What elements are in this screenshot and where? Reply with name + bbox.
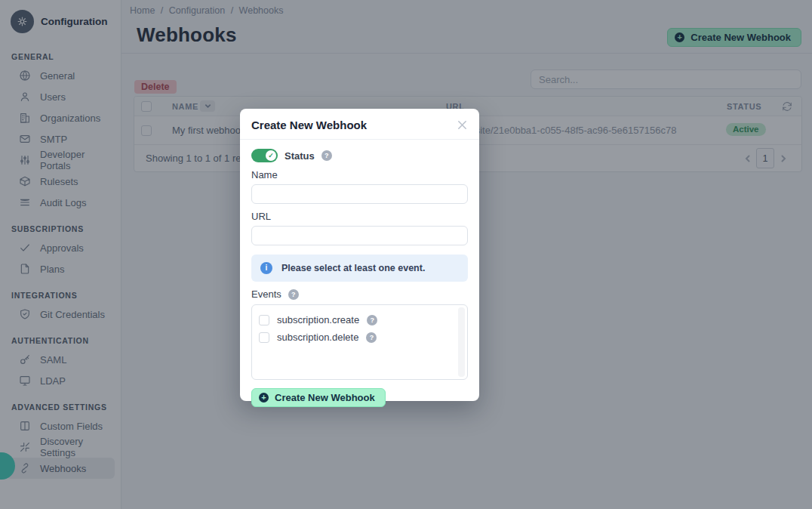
modal-create-webhook-button-label: Create New Webhook xyxy=(275,392,375,403)
event-option-subscription-delete: subscription.delete ? xyxy=(259,329,460,346)
status-label: Status xyxy=(285,150,315,162)
url-label: URL xyxy=(251,211,468,222)
modal-header: Create New Webhook xyxy=(240,109,479,139)
alert-message: Please select at least one event. xyxy=(281,263,425,273)
status-toggle[interactable]: ✓ xyxy=(251,149,278,162)
status-toggle-row: ✓ Status ? xyxy=(251,149,468,162)
modal-create-webhook-button[interactable]: + Create New Webhook xyxy=(251,388,386,407)
webhook-name-input[interactable] xyxy=(251,184,468,204)
events-help-icon[interactable]: ? xyxy=(288,289,299,300)
event-help-icon[interactable]: ? xyxy=(366,332,377,343)
events-label: Events xyxy=(251,288,281,300)
toggle-check-icon: ✓ xyxy=(266,150,276,161)
close-icon[interactable] xyxy=(457,119,468,131)
webhook-url-input[interactable] xyxy=(251,226,468,245)
plus-icon: + xyxy=(259,393,269,403)
info-icon: i xyxy=(260,262,272,274)
event-option-subscription-create: subscription.create ? xyxy=(259,311,460,329)
status-help-icon[interactable]: ? xyxy=(321,150,332,161)
name-label: Name xyxy=(251,169,468,180)
app-window: Configuration GENERAL General Users Orga… xyxy=(0,0,812,509)
events-label-row: Events ? xyxy=(251,288,468,300)
create-webhook-modal: Create New Webhook ✓ Status ? Name URL i… xyxy=(240,109,479,401)
events-scrollbar[interactable] xyxy=(458,307,465,377)
event-selection-alert: i Please select at least one event. xyxy=(251,254,468,282)
modal-title: Create New Webhook xyxy=(251,119,367,131)
event-label: subscription.delete xyxy=(277,332,358,343)
modal-body: ✓ Status ? Name URL i Please select at l… xyxy=(240,140,479,407)
subscription-delete-checkbox[interactable] xyxy=(259,332,269,343)
event-label: subscription.create xyxy=(277,314,359,325)
subscription-create-checkbox[interactable] xyxy=(259,315,269,325)
event-help-icon[interactable]: ? xyxy=(367,315,377,325)
events-list: subscription.create ? subscription.delet… xyxy=(251,304,468,380)
